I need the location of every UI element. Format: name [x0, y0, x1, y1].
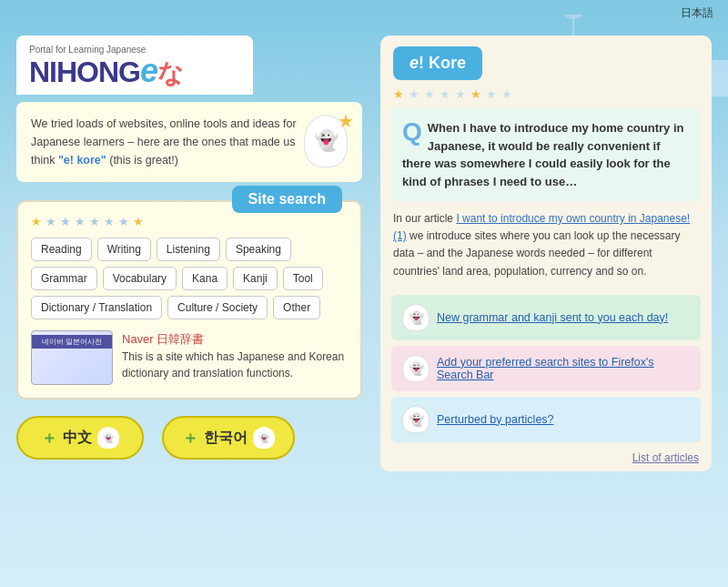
ghost-cn: 👻	[97, 427, 119, 449]
site-link[interactable]: Naver 日韓辞書	[122, 332, 204, 346]
tag-listening[interactable]: Listening	[157, 238, 220, 261]
top-bar: 日本語	[0, 0, 728, 26]
tip-card-2: 👻 Add your preferred search sites to Fir…	[391, 346, 701, 391]
article-text1: In our article	[393, 212, 456, 225]
site-info: Naver 日韓辞書 This is a site which has Japa…	[122, 330, 348, 381]
right-stars: ★ ★ ★ ★ ★ ★ ★ ★	[380, 87, 712, 108]
korean-label: 한국어	[204, 429, 248, 448]
ghost-kr: 👻	[253, 427, 275, 449]
left-panel: Portal for Learning Japanese NIHONGeな 👻 …	[16, 35, 371, 471]
chinese-btn[interactable]: ＋ 中文 👻	[16, 416, 144, 460]
tag-culture[interactable]: Culture / Society	[167, 296, 268, 319]
search-title: Site search	[232, 186, 342, 213]
thumb-header: 네이버 일본어사전	[32, 335, 112, 349]
main-container: Portal for Learning Japanese NIHONGeな 👻 …	[16, 35, 712, 471]
korean-btn[interactable]: ＋ 한국어 👻	[162, 416, 295, 460]
ghost-decoration: 👻 ★	[304, 115, 348, 167]
plus-icon-kr: ＋	[182, 427, 198, 449]
tag-writing[interactable]: Writing	[97, 238, 151, 261]
intro-text2: (this is great!)	[106, 154, 178, 167]
ghost-tip-3: 👻	[402, 406, 430, 433]
site-description: This is a site which has Japanese and Ko…	[122, 350, 344, 380]
logo-text: NIHONG	[29, 56, 140, 88]
logo-title: NIHONGeな	[29, 55, 240, 87]
q-letter: Q	[402, 119, 422, 145]
ghost-tip-2: 👻	[402, 355, 430, 382]
tag-speaking[interactable]: Speaking	[226, 238, 291, 261]
tip-link-2[interactable]: Add your preferred search sites to Firef…	[437, 356, 690, 381]
question-text: When I have to introduce my home country…	[402, 119, 690, 190]
logo-subtitle: Portal for Learning Japanese	[29, 45, 240, 55]
logo-na: な	[157, 59, 183, 87]
japanese-link[interactable]: 日本語	[681, 6, 713, 19]
ekore-e: e	[410, 54, 419, 72]
tag-vocabulary[interactable]: Vocabulary	[103, 267, 177, 290]
tag-grid: Reading Writing Listening Speaking Gramm…	[31, 238, 348, 319]
tag-grammar[interactable]: Grammar	[31, 267, 97, 290]
tag-other[interactable]: Other	[273, 296, 320, 319]
intro-highlight: "e! kore"	[58, 154, 106, 167]
thumb-body	[68, 349, 76, 381]
star-decoration: ★	[338, 106, 354, 136]
tag-dictionary[interactable]: Dictionary / Translation	[31, 296, 162, 319]
search-box: Site search ★ ★ ★ ★ ★ ★ ★ ★ Reading Writ…	[16, 200, 362, 400]
article-text2: we introduce sites where you can look up…	[393, 229, 681, 277]
ekore-header: e! Kore	[393, 46, 482, 80]
qa-box: Q When I have to introduce my home count…	[391, 108, 701, 201]
tip-link-3[interactable]: Perturbed by particles?	[437, 413, 554, 426]
logo-e: e	[140, 52, 157, 89]
tip-link-1[interactable]: New grammar and kanji sent to you each d…	[437, 311, 668, 324]
tag-kana[interactable]: Kana	[182, 267, 228, 290]
ekore-rest: ! Kore	[419, 54, 466, 72]
article-text: In our article I want to introduce my ow…	[380, 201, 712, 289]
chinese-label: 中文	[63, 429, 92, 448]
tag-reading[interactable]: Reading	[31, 238, 92, 261]
plus-icon-cn: ＋	[41, 427, 57, 449]
list-articles-link[interactable]: List of articles	[632, 451, 699, 464]
list-articles-wrap: List of articles	[380, 448, 712, 471]
logo-area: Portal for Learning Japanese NIHONGeな	[16, 35, 253, 95]
stars-decoration: ★ ★ ★ ★ ★ ★ ★ ★	[31, 215, 348, 228]
bottom-buttons: ＋ 中文 👻 ＋ 한국어 👻	[16, 416, 362, 460]
site-thumbnail: 네이버 일본어사전	[31, 330, 113, 385]
intro-box: 👻 ★ We tried loads of websites, online t…	[16, 102, 362, 182]
tag-tool[interactable]: Tool	[283, 267, 323, 290]
tag-kanji[interactable]: Kanji	[233, 267, 278, 290]
featured-site: 네이버 일본어사전 Naver 日韓辞書 This is a site whic…	[31, 330, 348, 385]
right-panel: e! Kore ★ ★ ★ ★ ★ ★ ★ ★ Q When I have to…	[380, 35, 712, 471]
ghost-tip-1: 👻	[402, 304, 430, 331]
ekore-header-wrap: e! Kore	[380, 35, 712, 87]
tip-card-3: 👻 Perturbed by particles?	[391, 397, 701, 442]
tip-card-1: 👻 New grammar and kanji sent to you each…	[391, 295, 701, 340]
